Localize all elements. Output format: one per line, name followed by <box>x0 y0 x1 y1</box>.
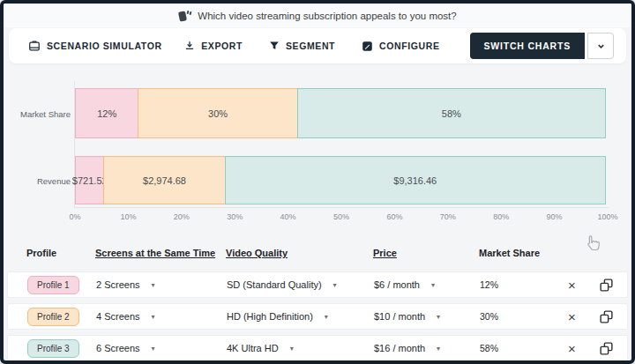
segment-value-label: 58% <box>442 108 461 119</box>
bar-segment-profile-1[interactable]: $721.52 <box>75 156 104 204</box>
x-tick-label: 100% <box>597 212 617 221</box>
segment-value-label: $721.52 <box>72 175 108 186</box>
table-row: Profile 36 Screens▾4K Ultra HD▾$16 / mon… <box>7 335 628 361</box>
table-header: ProfileScreens at the Same TimeVideo Qua… <box>7 243 628 263</box>
remove-profile-button[interactable]: × <box>566 308 578 325</box>
bar-segment-profile-3[interactable]: $9,316.46 <box>225 156 606 204</box>
column-header-price[interactable]: Price <box>373 248 479 258</box>
app-window: Which video streaming subscription appea… <box>0 0 635 364</box>
x-tick-label: 50% <box>333 212 349 221</box>
video-quality-select-value: SD (Standard Quality) <box>227 279 322 290</box>
caret-down-icon: ▾ <box>152 345 155 353</box>
simulator-icon <box>28 40 41 52</box>
configure-label: CONFIGURE <box>379 41 439 51</box>
scenario-simulator-button[interactable]: SCENARIO SIMULATOR <box>28 40 162 52</box>
screens-select-value: 2 Screens <box>96 279 140 290</box>
scenario-simulator-label: SCENARIO SIMULATOR <box>47 41 162 51</box>
segment-value-label: $2,974.68 <box>143 175 186 186</box>
edit-icon <box>362 41 373 52</box>
caret-down-icon: ▾ <box>333 281 337 289</box>
filter-icon <box>269 41 280 51</box>
video-quality-select-value: HD (High Definition) <box>227 311 313 322</box>
screens-select[interactable]: 6 Screens▾ <box>96 343 227 353</box>
table-row: Profile 12 Screens▾SD (Standard Quality)… <box>7 271 628 298</box>
chevron-down-icon <box>596 41 606 51</box>
switch-charts-menu-button[interactable] <box>587 33 614 59</box>
caret-down-icon: ▾ <box>290 345 294 353</box>
download-icon <box>184 41 195 51</box>
price-select-value: $16 / month <box>374 343 425 353</box>
chart-bar-market-share: 12%30%58% <box>75 88 608 138</box>
x-tick-label: 10% <box>120 212 136 221</box>
chart-row-label: Market Share <box>4 108 71 118</box>
remove-profile-button[interactable]: × <box>566 340 578 357</box>
caret-down-icon: ▾ <box>152 281 155 289</box>
remove-profile-button[interactable]: × <box>566 277 578 293</box>
table-body: Profile 12 Screens▾SD (Standard Quality)… <box>7 271 628 364</box>
table-row: Profile 24 Screens▾HD (High Definition)▾… <box>7 303 628 330</box>
bar-segment-profile-2[interactable]: 30% <box>138 88 297 138</box>
caret-down-icon: ▾ <box>437 345 440 353</box>
video-quality-select[interactable]: HD (High Definition)▾ <box>227 311 374 322</box>
profile-badge[interactable]: Profile 2 <box>27 308 79 326</box>
screens-select[interactable]: 2 Screens▾ <box>96 279 227 290</box>
duplicate-icon <box>599 278 614 293</box>
segment-value-label: 30% <box>208 108 228 119</box>
profile-badge[interactable]: Profile 3 <box>27 339 79 358</box>
x-axis-ticks: 0%10%20%30%40%50%60%70%80%90%100% <box>75 212 608 223</box>
x-tick-label: 20% <box>174 212 190 221</box>
profile-badge[interactable]: Profile 1 <box>27 276 79 294</box>
video-quality-select-value: 4K Ultra HD <box>227 343 279 353</box>
x-tick-label: 90% <box>547 212 563 221</box>
caret-down-icon: ▾ <box>431 281 435 289</box>
chart-bar-revenue: $721.52$2,974.68$9,316.46 <box>75 156 608 204</box>
segment-value-label: $9,316.46 <box>393 175 437 186</box>
bar-segment-profile-1[interactable]: 12% <box>75 88 138 138</box>
duplicate-profile-button[interactable] <box>598 340 615 357</box>
price-select[interactable]: $10 / month▾ <box>374 311 480 322</box>
switch-charts-group: SWITCH CHARTS <box>470 33 614 59</box>
duplicate-profile-button[interactable] <box>598 277 615 293</box>
export-button[interactable]: EXPORT <box>184 41 243 51</box>
price-select[interactable]: $6 / month▾ <box>374 279 480 290</box>
screens-select-value: 6 Screens <box>96 343 140 353</box>
x-tick-label: 70% <box>440 212 456 221</box>
x-axis-line <box>74 207 609 208</box>
caret-down-icon: ▾ <box>152 313 155 321</box>
duplicate-profile-button[interactable] <box>598 308 615 325</box>
x-tick-label: 80% <box>493 212 509 221</box>
x-tick-label: 30% <box>227 212 243 221</box>
market-share-value: 58% <box>480 343 566 353</box>
price-select[interactable]: $16 / month▾ <box>374 343 480 353</box>
caret-down-icon: ▾ <box>437 313 440 321</box>
segment-button[interactable]: SEGMENT <box>269 41 335 51</box>
column-header-profile: Profile <box>26 248 95 258</box>
x-tick-label: 60% <box>386 212 402 221</box>
duplicate-icon <box>599 341 614 356</box>
bar-segment-profile-2[interactable]: $2,974.68 <box>103 156 225 204</box>
price-select-value: $10 / month <box>374 311 425 322</box>
caret-down-icon: ▾ <box>325 313 328 321</box>
chart-row-label: Revenue <box>4 175 71 185</box>
screens-select-value: 4 Screens <box>96 311 140 322</box>
screens-select[interactable]: 4 Screens▾ <box>96 311 227 322</box>
cards-icon <box>178 10 190 22</box>
column-header-market-share: Market Share <box>479 248 565 258</box>
question-text: Which video streaming subscription appea… <box>198 11 456 21</box>
segment-value-label: 12% <box>97 108 116 119</box>
market-share-value: 30% <box>480 311 566 322</box>
video-quality-select[interactable]: SD (Standard Quality)▾ <box>227 279 374 290</box>
toolbar: SCENARIO SIMULATOR EXPORT SEGMENT <box>9 28 626 63</box>
video-quality-select[interactable]: 4K Ultra HD▾ <box>227 343 374 353</box>
column-header-screens-at-the-same-time[interactable]: Screens at the Same Time <box>95 248 226 258</box>
bar-segment-profile-3[interactable]: 58% <box>297 88 606 138</box>
x-tick-label: 0% <box>69 212 80 221</box>
column-header-video-quality[interactable]: Video Quality <box>226 248 373 258</box>
question-bar: Which video streaming subscription appea… <box>4 4 631 27</box>
price-select-value: $6 / month <box>374 279 420 290</box>
duplicate-icon <box>599 309 614 324</box>
market-share-value: 12% <box>480 279 566 290</box>
configure-button[interactable]: CONFIGURE <box>362 41 439 52</box>
export-label: EXPORT <box>201 41 243 51</box>
switch-charts-button[interactable]: SWITCH CHARTS <box>470 33 585 59</box>
